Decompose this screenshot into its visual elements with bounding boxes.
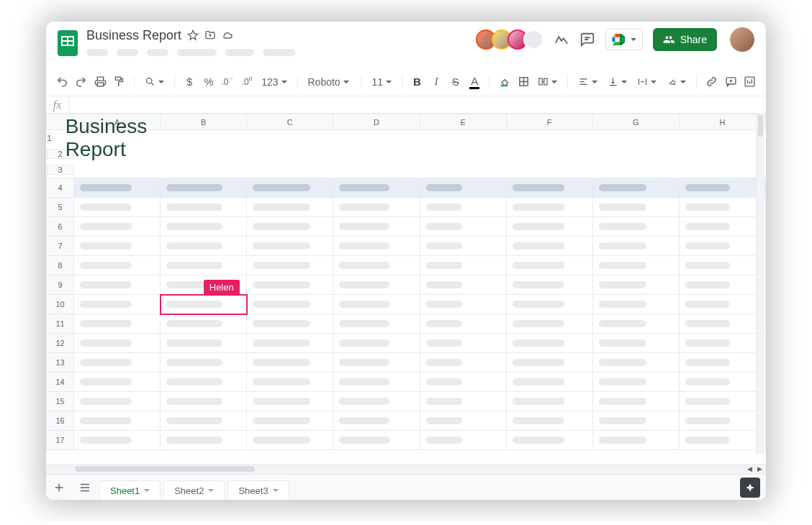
menu-item[interactable]	[86, 49, 108, 56]
cell[interactable]	[679, 217, 765, 237]
strikethrough-button[interactable]: S	[446, 72, 464, 92]
add-sheet-button[interactable]	[46, 475, 72, 501]
activity-icon[interactable]	[554, 32, 569, 47]
cell[interactable]	[679, 411, 765, 431]
cell[interactable]	[679, 314, 765, 334]
cell[interactable]	[592, 411, 679, 431]
share-button[interactable]: Share	[653, 28, 717, 51]
cell[interactable]	[161, 314, 247, 334]
cell[interactable]	[506, 275, 592, 295]
cell[interactable]	[333, 237, 420, 256]
cell[interactable]	[74, 295, 161, 314]
cell[interactable]	[247, 392, 333, 411]
cell[interactable]	[247, 295, 333, 314]
insert-comment-button[interactable]	[722, 72, 740, 92]
fx-icon[interactable]: fx	[46, 96, 69, 113]
text-wrap-button[interactable]	[633, 72, 661, 92]
cell[interactable]	[161, 256, 247, 275]
cell[interactable]	[506, 295, 592, 314]
cell[interactable]	[592, 295, 679, 314]
cell[interactable]	[679, 256, 765, 275]
row-header[interactable]: 1	[47, 133, 53, 143]
account-avatar[interactable]	[730, 27, 754, 52]
all-sheets-button[interactable]	[72, 475, 98, 501]
cell[interactable]	[506, 237, 592, 256]
avatar-overflow[interactable]: ⋯	[523, 29, 543, 50]
row-header[interactable]: 4	[47, 178, 74, 198]
cell[interactable]	[420, 217, 506, 237]
horizontal-align-button[interactable]	[574, 72, 602, 92]
cloud-status-icon[interactable]	[222, 29, 233, 41]
cell[interactable]	[161, 373, 247, 392]
zoom-dropdown[interactable]	[140, 72, 168, 92]
borders-button[interactable]	[515, 72, 533, 92]
increase-decimal-button[interactable]: .00	[238, 72, 256, 92]
cell[interactable]	[506, 353, 592, 373]
cell[interactable]	[506, 256, 592, 275]
cell[interactable]	[161, 334, 247, 353]
row-header[interactable]: 16	[47, 411, 74, 431]
horizontal-scrollbar[interactable]: ◀ ▶	[46, 464, 766, 474]
cell[interactable]	[592, 217, 679, 237]
formula-input[interactable]	[69, 96, 766, 113]
cell[interactable]	[161, 411, 247, 431]
cell[interactable]	[74, 314, 161, 334]
row-header[interactable]: 9	[47, 275, 74, 295]
cell[interactable]	[74, 353, 161, 373]
decrease-decimal-button[interactable]: .0←	[219, 72, 237, 92]
bold-button[interactable]: B	[408, 72, 426, 92]
text-rotation-button[interactable]	[662, 72, 690, 92]
cell[interactable]	[333, 314, 420, 334]
cell[interactable]	[161, 237, 247, 256]
fill-color-button[interactable]	[495, 72, 513, 92]
row-header[interactable]: 10	[47, 295, 74, 314]
cell[interactable]	[74, 373, 161, 392]
menu-bar[interactable]	[86, 49, 467, 56]
cell[interactable]	[74, 411, 161, 431]
menu-item[interactable]	[177, 49, 217, 56]
row-header[interactable]: 11	[47, 314, 74, 334]
percent-button[interactable]: %	[200, 72, 218, 92]
vertical-scrollbar[interactable]	[756, 114, 764, 454]
cell[interactable]	[679, 178, 765, 198]
cell[interactable]	[420, 431, 506, 450]
cell[interactable]	[247, 178, 333, 198]
insert-link-button[interactable]	[703, 72, 721, 92]
cell[interactable]	[333, 353, 420, 373]
cell[interactable]	[333, 373, 420, 392]
cell[interactable]	[679, 373, 765, 392]
number-format-dropdown[interactable]: 123	[257, 72, 291, 92]
cell[interactable]	[592, 431, 679, 450]
column-header[interactable]: E	[420, 114, 506, 130]
cell[interactable]	[247, 237, 333, 256]
cell[interactable]	[161, 198, 247, 217]
cell[interactable]	[333, 256, 420, 275]
cell[interactable]	[592, 275, 679, 295]
sheet-tab[interactable]: Sheet1	[99, 480, 161, 501]
cell[interactable]	[679, 237, 765, 256]
cell[interactable]	[74, 237, 161, 256]
cell[interactable]	[506, 314, 592, 334]
column-header[interactable]: F	[506, 114, 592, 130]
cell[interactable]	[420, 373, 506, 392]
cell[interactable]	[333, 392, 420, 411]
cell[interactable]	[420, 392, 506, 411]
cell[interactable]	[506, 217, 592, 237]
cell[interactable]	[247, 217, 333, 237]
cell[interactable]	[247, 353, 333, 373]
row-header[interactable]: 7	[47, 237, 74, 256]
cell[interactable]	[247, 256, 333, 275]
cell[interactable]	[161, 431, 247, 450]
font-size-dropdown[interactable]: 11	[367, 72, 396, 92]
cell[interactable]	[420, 198, 506, 217]
cell[interactable]	[420, 334, 506, 353]
cell[interactable]	[247, 334, 333, 353]
row-header[interactable]: 3	[47, 165, 74, 175]
cell[interactable]	[420, 275, 506, 295]
cell[interactable]	[420, 411, 506, 431]
cell[interactable]	[592, 178, 679, 198]
column-header[interactable]: D	[333, 114, 420, 130]
cell[interactable]	[333, 198, 420, 217]
sheet-tab[interactable]: Sheet3	[227, 480, 289, 501]
cell[interactable]	[74, 256, 161, 275]
